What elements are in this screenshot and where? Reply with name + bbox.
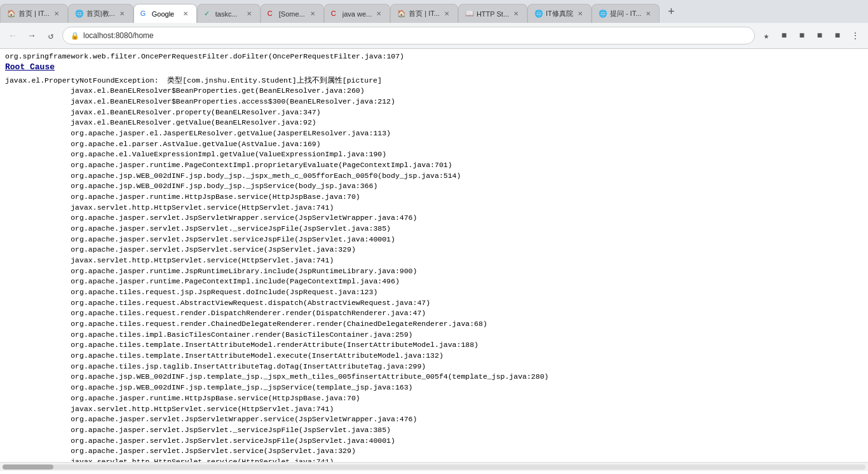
browser-tab-tab5[interactable]: C [Some... ✕ (261, 4, 324, 23)
browser-tab-tab7[interactable]: 🏠 首页 | IT... ✕ (390, 4, 458, 23)
tab-favicon: 🌐 (75, 10, 84, 18)
refresh-button[interactable]: ↺ (43, 28, 58, 43)
tab-close-button[interactable]: ✕ (181, 10, 190, 18)
stack-line-2: javax.el.BeanELResolver$BeanProperties.a… (5, 97, 863, 107)
stack-line-1: javax.el.BeanELResolver$BeanProperties.g… (5, 86, 863, 97)
tab-close-button[interactable]: ✕ (644, 10, 653, 18)
browser-tab-tab4[interactable]: ✓ taskc... ✕ (197, 4, 261, 23)
browser-chrome: 🏠 首页 | IT... ✕ 🌐 首页|教... ✕ G Google ✕ ✓ … (0, 0, 868, 49)
tab-close-button[interactable]: ✕ (52, 10, 61, 18)
stack-line-36: javax.servlet.http.HttpServlet.service(H… (5, 457, 863, 462)
tab-favicon: C (268, 10, 276, 18)
root-cause-title: Root Cause (5, 62, 55, 72)
scrollbar-track[interactable] (3, 464, 865, 470)
tab-close-button[interactable]: ✕ (245, 10, 254, 18)
stack-line-23: org.apache.tiles.request.render.ChainedD… (5, 319, 863, 330)
stack-line-13: org.apache.jasper.servlet.JspServletWrap… (5, 213, 863, 224)
tab-favicon: G (140, 10, 149, 18)
back-button[interactable]: ← (5, 28, 20, 43)
stack-line-18: org.apache.jasper.runtime.JspRuntimeLibr… (5, 266, 863, 277)
tab-favicon: 📖 (465, 10, 474, 18)
address-lock-icon: 🔒 (71, 32, 79, 40)
stack-line-5: org.apache.jasper.el.JasperELResolver.ge… (5, 128, 863, 139)
tab-close-button[interactable]: ✕ (308, 10, 317, 18)
forward-button[interactable]: → (24, 28, 39, 43)
extension-icon1[interactable]: ■ (776, 28, 792, 43)
stack-line-15: org.apache.jasper.servlet.JspServlet.ser… (5, 234, 863, 245)
browser-tab-tab3[interactable]: G Google ✕ (133, 4, 197, 23)
browser-tab-tab2[interactable]: 🌐 首页|教... ✕ (68, 4, 133, 23)
stack-line-8: org.apache.jasper.runtime.PageContextImp… (5, 160, 863, 171)
stack-line-35: org.apache.jasper.servlet.JspServlet.ser… (5, 446, 863, 457)
bookmark-icon[interactable]: ★ (759, 28, 774, 43)
stack-line-34: org.apache.jasper.servlet.JspServlet.ser… (5, 436, 863, 447)
browser-tab-tab9[interactable]: 🌐 IT修真院 ✕ (527, 4, 592, 23)
stack-line-30: org.apache.jasper.runtime.HttpJspBase.se… (5, 393, 863, 404)
stack-line-20: org.apache.tiles.request.jsp.JspRequest.… (5, 287, 863, 298)
browser-tab-tab10[interactable]: 🌐 提问 - IT... ✕ (592, 4, 660, 23)
tab-favicon: 🏠 (7, 10, 16, 18)
stack-line-6: org.apache.el.parser.AstValue.getValue(A… (5, 139, 863, 150)
tab-favicon: ✓ (204, 10, 213, 18)
stack-line-32: org.apache.jasper.servlet.JspServletWrap… (5, 414, 863, 425)
pre-header-line: org.springframework.web.filter.OncePerRe… (5, 51, 863, 62)
tab-close-button[interactable]: ✕ (512, 10, 520, 18)
stack-line-27: org.apache.tiles.jsp.taglib.InsertAttrib… (5, 362, 863, 372)
stack-line-0: javax.el.PropertyNotFoundException: 类型[c… (5, 76, 863, 86)
browser-tab-tab1[interactable]: 🏠 首页 | IT... ✕ (0, 4, 68, 23)
tab-label: java we... (342, 10, 372, 18)
tab-label: 首页 | IT... (409, 9, 440, 18)
tab-label: 首页 | IT... (18, 9, 50, 18)
browser-tab-tab6[interactable]: C java we... ✕ (324, 4, 390, 23)
tab-label: Google (152, 10, 179, 18)
stack-line-9: org.apache.jsp.WEB_002dINF.jsp.body_jsp.… (5, 171, 863, 182)
stack-line-25: org.apache.tiles.template.InsertAttribut… (5, 340, 863, 351)
stack-line-31: javax.servlet.http.HttpServlet.service(H… (5, 404, 863, 415)
tab-close-button[interactable]: ✕ (374, 10, 383, 18)
extension-icon3[interactable]: ■ (812, 28, 827, 43)
bottom-scrollbar[interactable] (0, 462, 868, 471)
stack-line-12: javax.servlet.http.HttpServlet.service(H… (5, 203, 863, 213)
tab-close-button[interactable]: ✕ (576, 10, 585, 18)
stack-line-10: org.apache.jsp.WEB_002dINF.jsp.body_jsp.… (5, 181, 863, 192)
stack-line-16: org.apache.jasper.servlet.JspServlet.ser… (5, 245, 863, 255)
extension-icon2[interactable]: ■ (794, 28, 810, 43)
stack-line-14: org.apache.jasper.servlet.JspServlet._se… (5, 224, 863, 234)
stack-line-3: javax.el.BeanELResolver.property(BeanELR… (5, 107, 863, 118)
menu-icon[interactable]: ⋮ (848, 28, 863, 43)
tab-favicon: C (331, 10, 340, 18)
tab-favicon: 🌐 (599, 10, 607, 18)
tab-bar: 🏠 首页 | IT... ✕ 🌐 首页|教... ✕ G Google ✕ ✓ … (0, 0, 868, 23)
stack-line-24: org.apache.tiles.impl.BasicTilesContaine… (5, 330, 863, 341)
stack-line-29: org.apache.jsp.WEB_002dINF.jsp.template_… (5, 383, 863, 393)
stack-line-4: javax.el.BeanELResolver.getValue(BeanELR… (5, 118, 863, 128)
stack-line-22: org.apache.tiles.request.render.Dispatch… (5, 308, 863, 319)
stack-line-19: org.apache.jasper.runtime.PageContextImp… (5, 276, 863, 287)
tab-label: 提问 - IT... (610, 9, 642, 18)
toolbar-right: ★ ■ ■ ■ ■ ⋮ (759, 28, 863, 43)
scrollbar-thumb[interactable] (3, 464, 53, 470)
page-content: org.springframework.web.filter.OncePerRe… (0, 49, 868, 462)
stack-line-11: org.apache.jasper.runtime.HttpJspBase.se… (5, 192, 863, 203)
tab-label: 首页|教... (86, 9, 115, 18)
address-box[interactable]: 🔒 localhost:8080/home (62, 27, 755, 44)
address-bar-row: ← → ↺ 🔒 localhost:8080/home ★ ■ ■ ■ ■ ⋮ (0, 23, 868, 48)
browser-tab-tab8[interactable]: 📖 HTTP St... ✕ (458, 4, 527, 23)
stack-line-28: org.apache.jsp.WEB_002dINF.jsp.template_… (5, 372, 863, 383)
stack-line-21: org.apache.tiles.request.AbstractViewReq… (5, 298, 863, 309)
tab-label: IT修真院 (546, 9, 573, 18)
tab-label: HTTP St... (477, 10, 509, 18)
tab-close-button[interactable]: ✕ (442, 10, 451, 18)
stack-line-33: org.apache.jasper.servlet.JspServlet._se… (5, 425, 863, 436)
stack-line-26: org.apache.tiles.template.InsertAttribut… (5, 351, 863, 362)
stack-line-17: javax.servlet.http.HttpServlet.service(H… (5, 255, 863, 266)
tab-close-button[interactable]: ✕ (118, 10, 126, 18)
new-tab-button[interactable]: + (662, 3, 680, 21)
tab-favicon: 🌐 (534, 10, 543, 18)
tab-label: [Some... (279, 10, 306, 18)
tab-favicon: 🏠 (397, 10, 406, 18)
extension-icon4[interactable]: ■ (830, 28, 845, 43)
tab-label: taskc... (215, 10, 242, 18)
stack-trace-container: javax.el.PropertyNotFoundException: 类型[c… (5, 76, 863, 462)
stack-line-7: org.apache.el.ValueExpressionImpl.getVal… (5, 149, 863, 160)
